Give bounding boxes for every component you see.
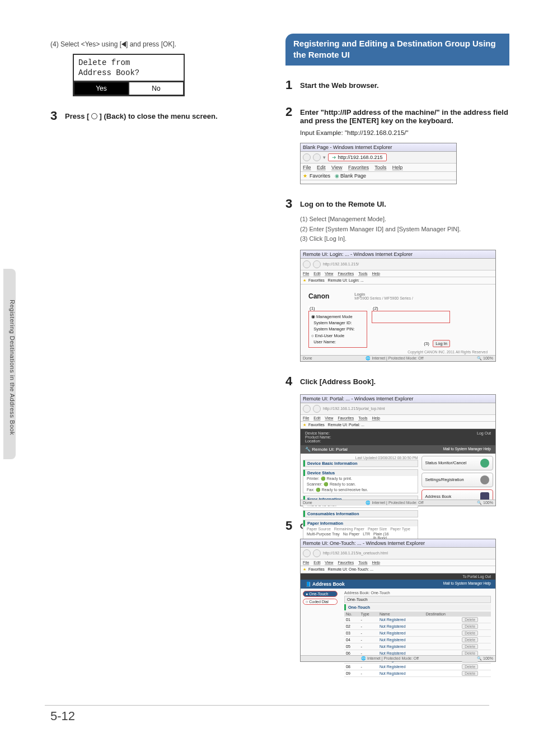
step2-example: Input Example: "http://192.168.0.215/"	[300, 128, 509, 137]
url-row: http://192.168.1.215/	[301, 259, 495, 270]
lcd-message: Delete from Address Book?	[74, 55, 184, 82]
tab-one-touch: ● One-Touch	[303, 591, 338, 597]
sub2: (2) Enter [System Manager ID] and [Syste…	[300, 225, 509, 235]
last-updated: Last Updated 03/08/2012 08:30:50 PM	[303, 456, 418, 460]
step3-text-a: Press [	[65, 112, 91, 120]
step-number: 4	[285, 374, 300, 389]
step3-text-b: ] (Back) to close the menu screen.	[97, 112, 218, 120]
login-screenshot: Remote UI: Login: ... - Windows Internet…	[300, 250, 496, 362]
step-text: Enter "http://IP address of the machine/…	[300, 105, 509, 137]
sub1: (1) Select [Management Mode].	[300, 214, 509, 225]
status-monitor-button: Status Monitor/Cancel	[421, 456, 493, 470]
address-book-bar: 📘 Address Book Mail to System Manager He…	[301, 580, 495, 589]
step-text: Press [ ] (Back) to close the menu scree…	[65, 109, 263, 120]
sub3: (3) Click [Log In].	[300, 234, 509, 244]
url-text: http://192.168.0.215	[338, 155, 383, 160]
step-number: 3	[285, 197, 300, 211]
browser-menu: File Edit View Favorites Tools Help	[301, 164, 456, 172]
favorites-row: ★Favorites Remote UI: Login: ...	[301, 277, 495, 284]
login-mode-box: ◉ Management Mode System Manager ID: Sys…	[308, 311, 367, 348]
table-row: 02-Not RegisteredDelete	[344, 623, 491, 629]
menu-help: Help	[392, 165, 403, 170]
nav-fwd-icon	[313, 153, 321, 161]
favorites-row: ★Favorites ◉ Blank Page	[301, 172, 456, 180]
browser-screenshot: Blank Page - Windows Internet Explorer ▾…	[300, 143, 457, 184]
lcd-line1: Delete from	[78, 58, 179, 68]
table-row: 09-Not RegisteredDelete	[344, 670, 491, 676]
step-number: 5	[285, 519, 300, 533]
settings-reg-button: Settings/Registration	[421, 473, 493, 487]
login-button: Log In	[433, 340, 450, 347]
device-status: Device Status	[303, 470, 418, 476]
menu-file: File	[303, 165, 311, 170]
series-label: MF5900 Series / MF5900 Series /	[354, 296, 413, 300]
table-row: 01-Not RegisteredDelete	[344, 617, 491, 623]
copyright: Copyright CANON INC. 2011 All Rights Res…	[308, 350, 488, 354]
mgmt-mode: Management Mode	[316, 314, 353, 319]
menu-favorites: Favorites	[348, 165, 369, 170]
window-title: Remote UI: One-Touch: ... - Windows Inte…	[301, 539, 495, 548]
right-step-4: 4 Click [Address Book].	[285, 374, 509, 389]
consumables-info: Consumables Information	[303, 511, 418, 517]
browser-menu: FileEditViewFavoritesToolsHelp	[301, 270, 495, 277]
right-step-3: 3 Log on to the Remote UI.	[285, 197, 509, 211]
star-icon: ★	[303, 173, 307, 179]
menu-edit: Edit	[317, 165, 326, 170]
table-row: 05-Not RegisteredDelete	[344, 643, 491, 650]
nav-fwd-icon	[313, 260, 321, 268]
logout-link: Log Out	[477, 431, 491, 443]
step2-text: Enter "http://IP address of the machine/…	[300, 108, 508, 125]
callout-2: (2)	[372, 306, 380, 311]
callout-1: (1)	[308, 306, 316, 311]
top-bar: To Portal Log Out	[301, 573, 495, 580]
left-arrow-icon	[121, 41, 126, 47]
sysid-label: System Manager ID:	[313, 320, 352, 325]
table-row: 03-Not RegisteredDelete	[344, 629, 491, 636]
enduser-mode: End-User Mode	[315, 333, 345, 338]
window-title: Blank Page - Windows Internet Explorer	[301, 143, 456, 152]
table-row: 08-Not RegisteredDelete	[344, 663, 491, 670]
lcd-yes-button: Yes	[74, 82, 129, 95]
canon-logo: Canon	[308, 292, 353, 300]
step-number: 3	[50, 109, 65, 123]
step-number: 1	[285, 78, 300, 92]
onetouch-sidebar: ● One-Touch ○ Coded Dial	[301, 589, 340, 679]
side-tab: Registering Destinations in the Address …	[3, 269, 16, 459]
left-step-3: 3 Press [ ] (Back) to close the menu scr…	[50, 109, 263, 123]
substep-4-b: ] and press [OK].	[126, 40, 176, 48]
footer-divider	[45, 705, 489, 706]
onetouch-main: Address Book: One-Touch One-Touch One-To…	[340, 589, 495, 679]
lcd-no-button: No	[129, 82, 184, 95]
substep-4-a: (4) Select <Yes> using [	[50, 40, 121, 48]
username-label: User Name:	[313, 339, 336, 344]
step-text: Start the Web browser.	[300, 78, 509, 90]
right-step-2: 2 Enter "http://IP address of the machin…	[285, 105, 509, 137]
step-text: Click [Address Book].	[300, 374, 509, 386]
lcd-line2: Address Book?	[78, 68, 179, 78]
login-label: Login	[354, 292, 365, 296]
right-step-1: 1 Start the Web browser.	[285, 78, 509, 92]
section-header: Registering and Editing a Destination Gr…	[285, 34, 509, 66]
tab-coded-dial: ○ Coded Dial	[303, 599, 338, 605]
window-title: Remote UI: Login: ... - Windows Internet…	[301, 250, 495, 259]
device-header: Device Name: Product Name: Location: Log…	[301, 429, 495, 445]
portal-screenshot: Remote UI: Portal: ... - Windows Interne…	[300, 394, 496, 506]
url-row: http://192.168.1.215/portal_top.html	[301, 403, 495, 415]
step-number: 2	[285, 105, 300, 119]
section-label: One-Touch	[344, 596, 491, 603]
left-column: (4) Select <Yes> using [] and press [OK]…	[50, 40, 263, 123]
paper-info: Paper Information	[303, 520, 418, 526]
portal-bar: 🔧 Remote UI: Portal Mail to System Manag…	[301, 445, 495, 454]
nav-back-icon	[303, 153, 311, 161]
syspin-label: System Manager PIN:	[313, 326, 354, 332]
page-number: 5-12	[50, 709, 75, 724]
right-column: Registering and Editing a Destination Gr…	[285, 34, 509, 662]
step3-substeps: (1) Select [Management Mode]. (2) Enter …	[300, 214, 509, 244]
window-title: Remote UI: Portal: ... - Windows Interne…	[301, 395, 495, 403]
back-circle-icon	[91, 113, 97, 119]
nav-back-icon	[303, 260, 311, 268]
table-row: 04-Not RegisteredDelete	[344, 636, 491, 643]
favorites-label: Favorites	[310, 173, 330, 179]
menu-tools: Tools	[374, 165, 386, 170]
statusbar: Done 🌐 Internet | Protected Mode: Off 🔍 …	[301, 355, 495, 361]
